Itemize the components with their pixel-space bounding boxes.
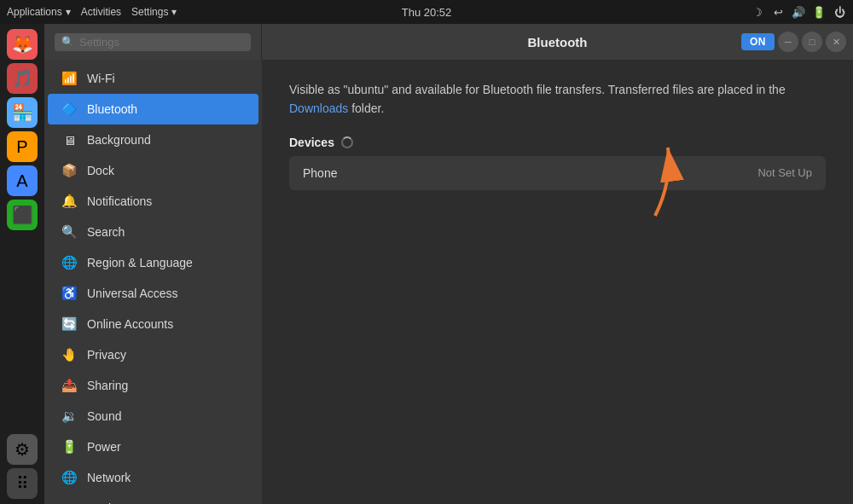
dock-icon: 📦 [61,163,77,178]
search-input[interactable] [79,36,244,49]
sidebar-item-sound[interactable]: 🔉Sound [48,401,258,432]
settings-menu[interactable]: Settings ▾ [131,6,177,18]
region-icon: 🌐 [61,255,77,270]
search-input-wrapper[interactable]: 🔍 [55,33,251,51]
dock-icon-terminal[interactable]: ⬛ [7,200,38,230]
info-text-after: folder. [348,101,384,115]
sidebar-item-label-privacy: Privacy [87,348,126,362]
maximize-button[interactable]: □ [802,32,822,52]
power-icon: ⏻ [833,5,846,19]
dock-icon-firefox[interactable]: 🦊 [7,29,38,60]
system-clock: Thu 20:52 [402,6,452,19]
bluetooth-icon: 🔷 [61,101,77,117]
sidebar-item-label-dock: Dock [87,164,114,177]
sidebar-item-label-online-accounts: Online Accounts [87,317,173,331]
topbar: Applications ▾ Activities Settings ▾ Thu… [0,0,853,24]
battery-icon: 🔋 [812,5,826,19]
sharing-icon: 📤 [61,378,77,393]
device-name: Phone [303,166,337,180]
sidebar-item-power[interactable]: 🔋Power [48,432,258,462]
dock-icon-appstore[interactable]: A [7,165,38,196]
info-text: Visible as "ubuntu" and available for Bl… [289,80,826,119]
sound-icon: 🔉 [61,408,77,424]
dock-icon-store[interactable]: 🏪 [7,97,38,128]
devices-icon: 🖱 [61,501,77,504]
devices-table: PhoneNot Set Up [289,156,826,190]
search-icon: 🔍 [61,224,77,240]
devices-header: Devices [289,136,826,149]
moon-icon: ☽ [751,5,764,19]
dock-icon-music[interactable]: 🎵 [7,63,38,94]
minimize-button[interactable]: ─ [778,32,798,52]
sidebar-item-bluetooth[interactable]: 🔷Bluetooth [48,94,258,125]
volume-icon: 🔊 [792,5,805,19]
dock-icon-grid[interactable]: ⠿ [7,468,38,499]
privacy-icon: 🤚 [61,347,77,362]
topbar-left: Applications ▾ Activities Settings ▾ [7,6,177,18]
left-dock: 🦊 🎵 🏪 P A ⬛ ⚙ ⠿ [0,24,44,504]
apps-chevron: ▾ [66,6,71,18]
sidebar-item-label-search: Search [87,225,125,239]
app-window: 🔍 Bluetooth ON ─ □ ✕ 📶Wi-Fi🔷Bluetooth🖥Ba… [44,24,853,504]
table-row[interactable]: PhoneNot Set Up [289,156,826,190]
sidebar-item-sharing[interactable]: 📤Sharing [48,370,258,401]
window-title: Bluetooth [528,35,588,49]
applications-menu[interactable]: Applications ▾ [7,6,71,18]
activities-button[interactable]: Activities [81,6,121,18]
sidebar-item-label-universal-access: Universal Access [87,287,178,300]
wifi-icon: 📶 [61,71,77,86]
sidebar-item-devices[interactable]: 🖱Devices› [48,493,258,504]
content-area: 📶Wi-Fi🔷Bluetooth🖥Background📦Dock🔔Notific… [44,60,853,504]
sidebar-item-label-network: Network [87,471,131,484]
sidebar-item-label-region: Region & Language [87,256,193,269]
sidebar-item-notifications[interactable]: 🔔Notifications [48,186,258,217]
sidebar: 📶Wi-Fi🔷Bluetooth🖥Background📦Dock🔔Notific… [44,60,262,504]
dock-icon-launchpad[interactable]: P [7,131,38,162]
sidebar-item-universal-access[interactable]: ♿Universal Access [48,278,258,309]
sidebar-item-label-background: Background [87,133,151,147]
app-body: 🦊 🎵 🏪 P A ⬛ ⚙ ⠿ 🔍 Bluetooth ON ─ □ [0,24,853,504]
devices-label: Devices [289,136,334,149]
undo-icon: ↩ [771,5,785,19]
power-icon: 🔋 [61,439,77,455]
search-icon: 🔍 [61,36,74,48]
loading-spinner [341,136,353,148]
downloads-link[interactable]: Downloads [289,101,348,115]
sidebar-item-wifi[interactable]: 📶Wi-Fi [48,63,258,94]
titlebar-main: Bluetooth ON ─ □ ✕ [262,35,853,49]
sidebar-item-label-sharing: Sharing [87,379,128,392]
titlebar: 🔍 Bluetooth ON ─ □ ✕ [44,24,853,60]
sidebar-item-privacy[interactable]: 🤚Privacy [48,339,258,370]
background-icon: 🖥 [61,132,77,148]
close-button[interactable]: ✕ [826,32,846,52]
main-panel: Visible as "ubuntu" and available for Bl… [262,60,853,504]
settings-chevron: ▾ [171,6,177,18]
titlebar-sidebar: 🔍 [44,24,262,60]
titlebar-controls: ON ─ □ ✕ [741,32,846,52]
applications-label: Applications [7,6,62,18]
bluetooth-toggle[interactable]: ON [741,33,775,50]
sidebar-item-label-notifications: Notifications [87,194,152,208]
sidebar-item-label-power: Power [87,440,121,454]
sidebar-item-background[interactable]: 🖥Background [48,125,258,155]
sidebar-item-online-accounts[interactable]: 🔄Online Accounts [48,309,258,339]
notifications-icon: 🔔 [61,194,77,209]
universal-access-icon: ♿ [61,286,77,301]
online-accounts-icon: 🔄 [61,316,77,332]
device-status: Not Set Up [757,166,812,179]
sidebar-item-search[interactable]: 🔍Search [48,217,258,247]
info-text-before: Visible as "ubuntu" and available for Bl… [289,83,786,96]
sidebar-item-network[interactable]: 🌐Network [48,462,258,493]
dock-icon-settings[interactable]: ⚙ [7,434,38,465]
network-icon: 🌐 [61,470,77,485]
sidebar-item-region[interactable]: 🌐Region & Language [48,247,258,278]
sidebar-item-label-bluetooth: Bluetooth [87,102,137,116]
sidebar-item-label-sound: Sound [87,409,121,423]
sidebar-item-dock[interactable]: 📦Dock [48,155,258,186]
topbar-right: ☽ ↩ 🔊 🔋 ⏻ [751,5,846,19]
sidebar-item-label-wifi: Wi-Fi [87,72,115,85]
